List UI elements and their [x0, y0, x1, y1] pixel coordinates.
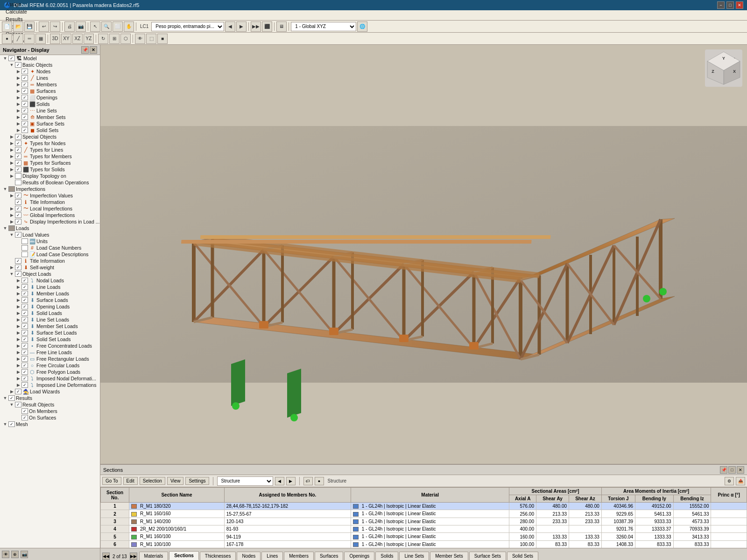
basic-objects-btn[interactable]: ●	[315, 477, 324, 485]
maximize-button[interactable]: □	[726, 1, 734, 9]
imp-vals-check[interactable]	[15, 193, 21, 198]
member-btn[interactable]: ═	[24, 34, 35, 44]
table-row[interactable]: 2 R_M1 160/160 15-27,55-67 1 - GL24h | I…	[101, 510, 747, 518]
export-btn[interactable]: 📤	[736, 477, 745, 485]
opening-loads-expand[interactable]: ▶	[15, 304, 21, 309]
tree-imposed-line[interactable]: ▶ ⤵ Imposed Line Deformations	[0, 382, 100, 388]
obj-loads-expand[interactable]: ▼	[8, 272, 15, 276]
col-material[interactable]: Material	[351, 488, 509, 503]
line-sets-check[interactable]	[21, 108, 28, 113]
view-3d-btn[interactable]: 3D	[50, 34, 60, 44]
tab-surface-sets[interactable]: Surface Sets	[469, 552, 506, 560]
tab-sections[interactable]: Sections	[169, 551, 199, 560]
result-obj-expand[interactable]: ▼	[8, 402, 15, 407]
global-imp-check[interactable]	[15, 212, 21, 218]
tree-solid-sets[interactable]: ▶ ◼ Solid Sets	[0, 127, 100, 133]
self-wt-expand[interactable]: ▶	[8, 265, 15, 270]
tab-openings[interactable]: Openings	[344, 552, 374, 560]
types-lines-check[interactable]	[15, 147, 21, 153]
types-members-check[interactable]	[15, 154, 21, 159]
tab-surfaces[interactable]: Surfaces	[315, 552, 343, 560]
tab-solids[interactable]: Solids	[375, 552, 398, 560]
settings-btn[interactable]: Settings	[185, 477, 209, 485]
results-expand[interactable]: ▼	[2, 396, 8, 400]
openings-check[interactable]	[21, 95, 28, 100]
col-shear-ay[interactable]: Shear Ay	[536, 495, 569, 503]
free-circ-expand[interactable]: ▶	[15, 363, 21, 368]
tree-member-loads[interactable]: ▶ ⬇ Member Loads	[0, 290, 100, 297]
surface-loads-check[interactable]	[21, 297, 28, 303]
basic-expand-icon[interactable]: ▼	[8, 63, 15, 67]
surface-set-loads-expand[interactable]: ▶	[15, 330, 21, 335]
tree-surface-sets[interactable]: ▶ ▣ Surface Sets	[0, 120, 100, 127]
solids-expand-icon[interactable]: ▶	[15, 102, 21, 106]
line-loads-expand[interactable]: ▶	[15, 285, 21, 289]
sections-close-btn[interactable]: ✕	[737, 466, 744, 474]
view-btn[interactable]: View	[167, 477, 184, 485]
solid-btn[interactable]: ■	[157, 34, 168, 44]
tree-solid-loads[interactable]: ▶ ⬇ Solid Loads	[0, 310, 100, 316]
viewport[interactable]: Y X Z -	[100, 45, 747, 464]
view-xy-btn[interactable]: XY	[61, 34, 71, 44]
opening-loads-check[interactable]	[21, 304, 28, 309]
tree-members[interactable]: ▶ ═ Members	[0, 81, 100, 88]
sections-next-btn[interactable]: ▶	[286, 477, 296, 485]
tree-surfaces[interactable]: ▶ ▦ Surfaces	[0, 88, 100, 94]
tree-types-members[interactable]: ▶ ═ Types for Members	[0, 153, 100, 160]
lc-num-check[interactable]	[21, 245, 28, 251]
menubar-item-calculate[interactable]: Calculate	[2, 8, 31, 15]
tree-imposed-nodal[interactable]: ▶ ⤵ Imposed Nodal Deformati...	[0, 375, 100, 382]
save-btn[interactable]: 💾	[24, 21, 35, 32]
tree-title-info2[interactable]: ℹ Title Information	[0, 258, 100, 264]
wire-btn[interactable]: ⬚	[146, 34, 156, 44]
model-check[interactable]	[8, 56, 15, 61]
imp-group-check[interactable]	[8, 186, 15, 192]
surface-sets-check[interactable]	[21, 121, 28, 126]
tree-free-poly-loads[interactable]: ▶ ⬡ Free Polygon Loads	[0, 369, 100, 375]
table-row[interactable]: 5 R_M1 160/100 94-119 1 - GL24h | Isotro…	[101, 533, 747, 540]
tree-on-surfaces[interactable]: On Surfaces	[0, 414, 100, 421]
tab-member-sets[interactable]: Member Sets	[430, 552, 468, 560]
free-poly-check[interactable]	[21, 369, 28, 375]
load-vals-expand[interactable]: ▼	[8, 232, 15, 237]
goto-btn[interactable]: Go To	[102, 477, 121, 485]
tree-special-objects[interactable]: ▶ Special Objects	[0, 133, 100, 140]
free-line-loads-expand[interactable]: ▶	[15, 350, 21, 355]
col-section-no[interactable]: SectionNo.	[101, 488, 129, 503]
navigator-tree[interactable]: ▼ 🏗 Model ▼ Basic Objects ▶ ✦ Nodes ▶	[0, 55, 100, 548]
bool-check[interactable]	[15, 180, 21, 185]
mesh-expand[interactable]: ▼	[2, 422, 8, 427]
tree-nodal-loads[interactable]: ▶ ⤵ Nodal Loads	[0, 277, 100, 284]
disp-imp-expand[interactable]: ▶	[8, 219, 15, 224]
open-btn[interactable]: 📂	[13, 21, 23, 32]
global-imp-expand[interactable]: ▶	[8, 213, 15, 217]
types-nodes-check[interactable]	[15, 140, 21, 146]
zoom-btn[interactable]: 🔍	[101, 21, 112, 32]
surface-sets-expand-icon[interactable]: ▶	[15, 121, 21, 126]
surfaces-check[interactable]	[21, 88, 28, 94]
col-assigned[interactable]: Assigned to Members No.	[224, 488, 351, 503]
disp-topo-expand[interactable]: ▶	[8, 174, 15, 178]
surface-loads-expand[interactable]: ▶	[15, 298, 21, 302]
nodal-loads-expand[interactable]: ▶	[15, 278, 21, 283]
member-set-loads-expand[interactable]: ▶	[15, 324, 21, 329]
free-rect-loads-check[interactable]	[21, 356, 28, 362]
structure-combo[interactable]: Structure	[217, 476, 273, 486]
tree-lines[interactable]: ▶ ╱ Lines	[0, 75, 100, 81]
tab-line-sets[interactable]: Line Sets	[399, 552, 429, 560]
tree-result-objects[interactable]: ▼ Result Objects	[0, 401, 100, 408]
tree-solid-set-loads[interactable]: ▶ ⬇ Solid Set Loads	[0, 336, 100, 343]
tree-on-members[interactable]: On Members	[0, 408, 100, 414]
load-wiz-expand[interactable]: ▶	[8, 389, 15, 394]
line-btn[interactable]: ╱	[13, 34, 23, 44]
tree-global-imp[interactable]: ▶ 〰 Global Imperfections	[0, 212, 100, 218]
nav-pin-btn[interactable]: 📌	[81, 46, 89, 54]
zoom-window-btn[interactable]: ⬜	[113, 21, 123, 32]
display-btn[interactable]: 👁	[135, 34, 145, 44]
tree-nodes[interactable]: ▶ ✦ Nodes	[0, 68, 100, 75]
col-bending-iy[interactable]: Bending Iy	[635, 495, 674, 503]
tree-types-lines[interactable]: ▶ ╱ Types for Lines	[0, 147, 100, 153]
tree-member-sets[interactable]: ▶ ⟰ Member Sets	[0, 114, 100, 120]
table-row[interactable]: 6 R_M1 100/100 167-178 1 - GL24h | Isotr…	[101, 540, 747, 548]
types-surfaces-check[interactable]	[15, 160, 21, 166]
